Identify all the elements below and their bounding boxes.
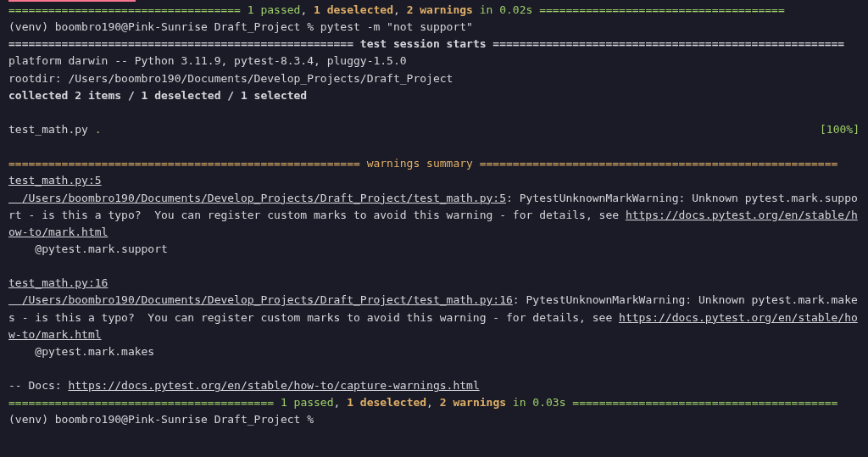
rule-segment: ========================================…	[473, 157, 837, 170]
warning-code: @pytest.mark.makes	[8, 343, 860, 360]
rule-segment: ========================================…	[8, 157, 367, 170]
rule-segment: ===================================	[8, 3, 241, 16]
docs-url[interactable]: https://docs.pytest.org/en/stable/how-to…	[68, 379, 479, 392]
rule-segment: =====================================	[539, 3, 785, 16]
warning-path[interactable]: /Users/boombro190/Documents/Develop_Proj…	[8, 293, 513, 306]
shell-prompt[interactable]: (venv) boombro190@Pink-Sunrise Draft_Pro…	[8, 411, 860, 428]
tab-indicator	[8, 0, 136, 2]
warnings-count: 2 warnings	[407, 3, 473, 16]
rootdir-line: rootdir: /Users/boombro190/Documents/Dev…	[8, 70, 860, 87]
sep: ,	[334, 396, 348, 409]
deselected-count: 1 deselected	[347, 396, 426, 409]
deselected-count: 1 deselected	[314, 3, 393, 16]
sep: ,	[393, 3, 407, 16]
elapsed: in 0.03s	[506, 396, 572, 409]
shell-prompt: (venv) boombro190@Pink-Sunrise Draft_Pro…	[8, 19, 860, 36]
test-progress-line: test_math.py .[100%]	[8, 121, 860, 138]
docs-prefix: -- Docs:	[8, 379, 68, 392]
test-file: test_math.py	[8, 123, 95, 136]
passed-count: 1 passed	[281, 396, 334, 409]
warnings-count: 2 warnings	[440, 396, 506, 409]
collected-line: collected 2 items / 1 deselected / 1 sel…	[8, 87, 860, 104]
sep: ,	[300, 3, 314, 16]
warning-message: /Users/boombro190/Documents/Develop_Proj…	[8, 292, 860, 343]
blank-line	[8, 258, 860, 275]
rule-segment: ========================================	[8, 396, 281, 409]
warning-location[interactable]: test_math.py:5	[8, 172, 860, 189]
blank-line	[8, 360, 860, 377]
pass-dot: .	[95, 123, 102, 136]
warning-location[interactable]: test_math.py:16	[8, 275, 860, 292]
warning-path[interactable]: /Users/boombro190/Documents/Develop_Proj…	[8, 192, 506, 204]
warning-code: @pytest.mark.support	[8, 241, 860, 258]
blank-line	[8, 138, 860, 155]
rule-segment: ========================================…	[8, 37, 360, 50]
rule-segment: ========================================…	[487, 37, 845, 50]
summary-line-bottom: ========================================…	[8, 394, 860, 411]
session-label: test session starts	[360, 37, 487, 50]
summary-line-top: =================================== 1 pa…	[8, 2, 860, 19]
session-header: ========================================…	[8, 36, 860, 53]
elapsed: in 0.02s	[473, 3, 539, 16]
warning-message: /Users/boombro190/Documents/Develop_Proj…	[8, 190, 860, 241]
terminal-output[interactable]: =================================== 1 pa…	[8, 0, 860, 429]
sep: ,	[426, 396, 440, 409]
rule-segment: ========================================	[572, 396, 837, 409]
blank-line	[8, 104, 860, 121]
passed-count: 1 passed	[241, 3, 300, 16]
platform-line: platform darwin -- Python 3.11.9, pytest…	[8, 53, 860, 70]
docs-line: -- Docs: https://docs.pytest.org/en/stab…	[8, 377, 860, 394]
warnings-label: warnings summary	[367, 157, 473, 170]
warnings-header: ========================================…	[8, 155, 860, 172]
progress-percent: [100%]	[820, 121, 860, 138]
